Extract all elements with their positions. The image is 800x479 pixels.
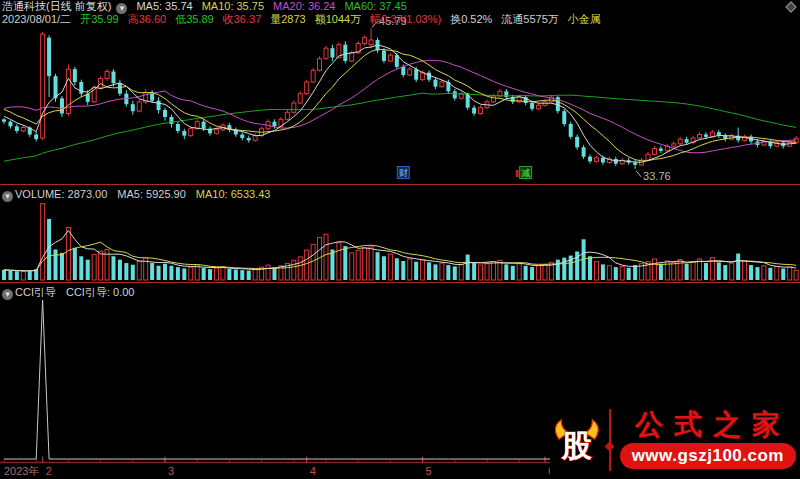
quote-info-item: 2023/08/01/二: [2, 13, 71, 25]
ma-values: MA5: 35.74MA10: 35.75MA20: 36.24MA60: 37…: [136, 0, 415, 12]
quote-info-item: 开35.99: [80, 13, 119, 25]
min-price-arrow: [636, 171, 641, 177]
ma60-line: [4, 93, 796, 161]
quote-info-item: 小金属: [568, 13, 601, 25]
chart-header-line1: 浩通科技(日线 前复权)▾MA5: 35.74MA10: 35.75MA20: …: [2, 0, 425, 14]
logo-divider: [609, 409, 611, 471]
site-url-pill[interactable]: www.gszj100.com: [620, 443, 796, 469]
collapse-cci-pane-icon[interactable]: ▾: [2, 289, 13, 300]
quote-info-item: 低35.89: [175, 13, 214, 25]
cci-pane-header: ▾CCI引导CCI引导: 0.00: [2, 286, 154, 300]
quote-info-item: 收36.37: [223, 13, 262, 25]
axis-year-label: 2023年: [4, 465, 39, 477]
quote-info-item: 量2873: [270, 13, 305, 25]
min-price-label: 33.76: [643, 170, 671, 182]
axis-month-label: 2: [46, 465, 52, 477]
volume-pane-header: ▾VOLUME: 2873.00MA5: 5925.90MA10: 6533.4…: [2, 188, 290, 202]
quote-info-item: 额1044万: [315, 13, 361, 25]
ma5-line: [4, 45, 796, 162]
volume-values: VOLUME: 2873.00MA5: 5925.90MA10: 6533.43: [15, 188, 280, 200]
event-marker-label: 减: [521, 168, 530, 178]
axis-month-label: 3: [168, 465, 174, 477]
axis-month-label: 4: [310, 465, 316, 477]
collapse-volume-pane-icon[interactable]: ▾: [2, 191, 13, 202]
volume-value: VOLUME: 2873.00: [15, 188, 107, 200]
volume-value: MA5: 5925.90: [117, 188, 186, 200]
event-marker-label: 财: [399, 168, 408, 178]
volume-ma5-line: [4, 231, 796, 271]
quote-info-item: 流通5575万: [501, 13, 558, 25]
ma10-line: [4, 49, 796, 160]
volume-value: MA10: 6533.43: [196, 188, 271, 200]
watermark-logo: 股 公式之家 www.gszj100.com: [550, 400, 800, 479]
cci-value: CCI引导: 0.00: [66, 286, 134, 298]
volume-ma10-line: [4, 242, 796, 271]
ma-value: MA20: 36.24: [273, 0, 335, 12]
stock-chart-app: 45.7933.76财减 浩通科技(日线 前复权)▾MA5: 35.74MA10…: [0, 0, 800, 479]
logo-stock-character: 股: [561, 429, 593, 462]
quote-info-item: 换0.52%: [450, 13, 492, 25]
volume-bars: [2, 204, 798, 280]
diamond-icon: [604, 441, 614, 451]
bull-stock-emblem: 股: [550, 409, 604, 471]
chart-header-line2: 2023/08/01/二开35.99高36.60低35.89收36.37量287…: [2, 13, 610, 25]
site-name: 公式之家: [635, 410, 791, 440]
ma-value: MA10: 35.75: [202, 0, 264, 12]
axis-month-label: 5: [426, 465, 432, 477]
stock-title: 浩通科技(日线 前复权): [2, 0, 111, 12]
cci-values: CCI引导CCI引导: 0.00: [15, 286, 144, 298]
quote-info-item: 高36.60: [128, 13, 167, 25]
ma-value: MA5: 35.74: [136, 0, 192, 12]
ma20-line: [4, 60, 796, 153]
event-red-tag: [516, 170, 519, 177]
ma-value: MA60: 37.45: [344, 0, 406, 12]
quote-info-item: 幅0.37(1.03%): [370, 13, 441, 25]
cci-value: CCI引导: [15, 286, 56, 298]
